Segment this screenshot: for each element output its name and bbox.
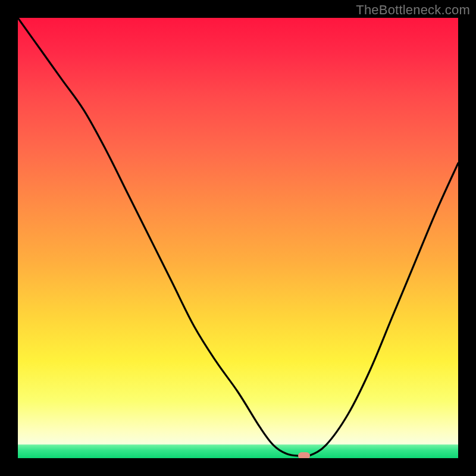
bottleneck-curve: [18, 18, 458, 457]
chart-frame: TheBottleneck.com: [0, 0, 476, 476]
curve-layer: [18, 18, 458, 458]
plot-area: [18, 18, 458, 458]
watermark-text: TheBottleneck.com: [356, 2, 470, 18]
optimal-marker: [298, 452, 310, 458]
